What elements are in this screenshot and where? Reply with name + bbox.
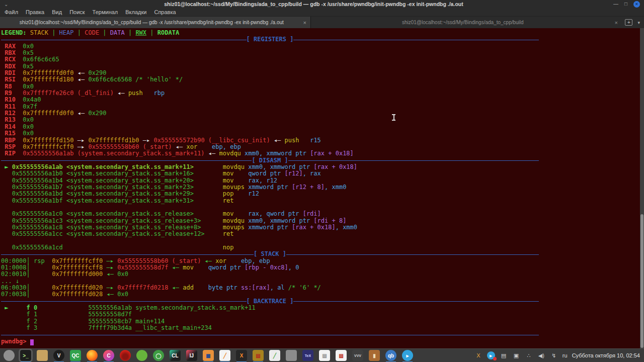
terminal-line: f 1 555555558d7f [1,311,539,318]
taskbar-item-code-editor[interactable]: ╱ [269,350,280,361]
terminal-line: RIP 0x55555556a1ab (system.secondary_sta… [1,150,539,157]
terminal-line: R11 0x7f [1,104,539,110]
taskbar-item-qc-app[interactable]: QC [70,350,81,361]
taskbar-item-qbittorrent[interactable]: qb [385,350,396,361]
new-tab-button[interactable]: + [625,19,632,26]
terminal-line: 0x55555556a1b4 <system.secondary_stack.s… [1,177,539,184]
terminal-line: 0x55555556a1c3 <system.secondary_stack.s… [1,218,539,224]
taskbar-item-calculator[interactable]: ▦ [203,350,214,361]
telegram-tray-icon[interactable]: ▸ [487,351,495,359]
terminal-line: 0x55555556a1cd nop [1,244,539,251]
terminal-line: 02:0010│ 0x7fffffffd000 ◂— 0x0 [1,271,539,278]
scrollbar-thumb[interactable] [640,214,643,348]
terminal-output[interactable]: LEGEND: STACK | HEAP | CODE | DATA | RWX… [0,28,640,348]
taskbar-launchers: >_VQCC◯CLIJ▦╱X▤╱TeX▤▤VVV▮qb▸ [0,350,413,361]
taskbar: >_VQCC◯CLIJ▦╱X▤╱TeX▤▤VVV▮qb▸ X▸▤▣∴◀)↯ru … [0,348,644,362]
power-icon[interactable]: ↯ [550,351,558,359]
taskbar-item-terminal[interactable]: >_ [20,350,31,361]
mouse-text-cursor [391,114,396,121]
terminal-scrollbar[interactable] [640,28,644,348]
taskbar-item-tex-editor[interactable]: TeX [302,350,313,361]
terminal-line: RBP 0x7fffffffd150 —▸ 0x7fffffffd1b0 —▸ … [1,137,539,144]
tab-label: shiz01@localhost:~/ssd/My/Bindings/ada_t… [4,20,299,25]
terminal-tab-0[interactable]: shiz01@localhost:~/ssd/My/Bindings/ada_t… [0,17,311,28]
taskbar-item-app-menu[interactable] [4,350,15,361]
menu-item-4[interactable]: Терминал [93,9,118,15]
blank-line [1,204,539,211]
taskbar-item-pdf-tool[interactable]: ▤ [253,350,264,361]
terminal-line: RSI 0x7fffffffd180 ◂— 0x6f6c6c6568 /* 'h… [1,76,539,83]
keyboard-layout-indicator[interactable]: ru [562,352,568,358]
taskbar-item-document-red[interactable]: ▤ [336,350,347,361]
taskbar-item-intellij[interactable]: IJ [186,350,197,361]
menu-item-0[interactable]: Файл [5,9,18,15]
terminal-line: RAX 0x0 [1,43,539,50]
menu-item-1[interactable]: Правка [26,9,44,15]
taskbar-item-gray-tool[interactable] [286,350,297,361]
window-menu-chevron-icon[interactable]: ⌄ [4,2,14,7]
taskbar-item-green-app[interactable] [136,350,147,361]
tab-label: shiz01@localhost:~/ssd/My/Bindings/ada_t… [315,20,611,25]
section-header-disasm: [ DISASM ] [1,157,539,164]
terminal-line: LEGEND: STACK | HEAP | CODE | DATA | RWX… [1,30,539,36]
taskbar-item-telegram[interactable]: ▸ [402,350,413,361]
taskbar-item-file-manager[interactable] [37,350,48,361]
terminal-line: R9 0x7ffff7fe26c0 (_dl_fini) ◂— push rbp [1,90,539,97]
terminal-line: f 3 7ffff79b3d4a __libc_start_main+234 [1,325,539,331]
terminal-line: 0x55555556a1bd <system.secondary_stack.s… [1,191,539,197]
taskbar-item-book-app[interactable]: ▮ [369,350,380,361]
tab-bar: shiz01@localhost:~/ssd/My/Bindings/ada_t… [0,17,644,28]
terminal-line: RBX 0x5 [1,50,539,56]
system-tray: X▸▤▣∴◀)↯ru Суббота октября 10, 02:54 [474,351,644,359]
terminal-line: pwndbg> [1,338,539,345]
terminal-line: 0x55555556a1b7 <system.secondary_stack.s… [1,184,539,191]
terminal-line: ► f 0 55555556a1ab system.secondary_stac… [1,305,539,311]
terminal-tab-1[interactable]: shiz01@localhost:~/ssd/My/Bindings/ada_t… [311,17,622,28]
taskbar-item-gradient-browser[interactable]: C [103,350,114,361]
taskbar-item-firefox[interactable] [87,350,98,361]
blank-line [1,238,539,244]
terminal-line: R13 0x0 [1,117,539,123]
taskbar-item-virtualbox[interactable]: VVV [352,350,363,361]
terminal-line: 0x55555556a1c8 <system.secondary_stack.s… [1,224,539,231]
section-header-stack: [ STACK ] [1,251,539,257]
volume-icon[interactable]: ◀) [537,351,545,359]
menu-item-6[interactable]: Справка [154,9,176,15]
taskbar-item-clion[interactable]: CL [170,350,181,361]
clock: Суббота октября 10, 02:54 [572,352,640,358]
terminal-line: R14 0x0 [1,124,539,130]
terminal-line: R15 0x0 [1,130,539,137]
taskbar-item-writer-doc[interactable]: ▤ [319,350,330,361]
title-bar: ⌄ shiz01@localhost:~/ssd/My/Bindings/ada… [0,0,644,8]
tab-close-icon[interactable]: × [615,20,618,26]
close-button[interactable]: × [633,1,640,8]
menu-item-2[interactable]: Вид [52,9,62,15]
window-title: shiz01@localhost:~/ssd/My/Bindings/ada_t… [14,1,613,7]
terminal-line: 0x55555556a1bf <system.secondary_stack.s… [1,198,539,204]
notification-badge [493,357,497,360]
menu-item-3[interactable]: Поиск [69,9,85,15]
tab-list-dropdown-icon[interactable]: ▾ [637,20,640,25]
x-server-icon[interactable]: X [474,351,482,359]
clipboard-icon[interactable]: ▣ [512,351,520,359]
printer-icon[interactable]: ▤ [500,351,508,359]
taskbar-item-red-gauge-app[interactable] [120,350,131,361]
menu-bar: ФайлПравкаВидПоискТерминалВкладкиСправка [0,8,644,17]
taskbar-item-text-editor[interactable]: ╱ [219,350,230,361]
taskbar-item-vivaldi[interactable]: V [53,350,64,361]
section-header-backtrace: [ BACKTRACE ] [1,298,539,305]
separator-rule [1,331,539,338]
terminal-line: f 2 555555558cb7 main+114 [1,318,539,325]
taskbar-item-keepassxc[interactable]: ◯ [153,350,164,361]
network-icon[interactable]: ∴ [525,351,533,359]
menu-item-5[interactable]: Вкладки [125,9,146,15]
terminal-line: R8 0x0 [1,83,539,90]
tab-bar-right: + ▾ [622,17,644,28]
terminal-line: RSP 0x7fffffffcff0 —▸ 0x555555558b60 (_s… [1,144,539,150]
maximize-button[interactable]: □ [624,2,627,7]
terminal-line: R10 0x4a0 [1,97,539,103]
tab-close-icon[interactable]: × [303,20,306,26]
terminal-line: RDX 0x5 [1,63,539,70]
taskbar-item-x-app[interactable]: X [236,350,247,361]
minimize-button[interactable]: — [613,2,618,7]
